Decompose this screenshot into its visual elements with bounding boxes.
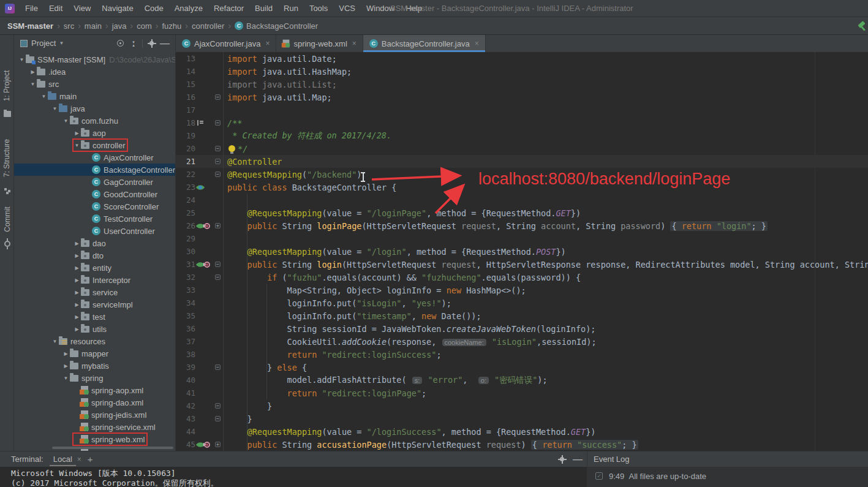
close-icon[interactable]: ×: [352, 39, 357, 48]
breadcrumb-item-fuzhu[interactable]: fuzhu: [162, 21, 181, 31]
code-line-25[interactable]: 25 @RequestMapping(value = "/loginPage",…: [176, 206, 868, 219]
collapse-all-button[interactable]: ▾▴: [127, 37, 140, 50]
menu-navigate[interactable]: Navigate: [96, 0, 138, 17]
intention-bulb-icon[interactable]: [228, 145, 235, 152]
sidebar-item-structure[interactable]: 7: Structure: [0, 132, 14, 197]
code-line-31[interactable]: 31− public String login(HttpServletReque…: [176, 258, 868, 271]
code-line-26[interactable]: 26+ public String loginPage(HttpServletR…: [176, 219, 868, 232]
tree-item-main[interactable]: ▼main: [14, 90, 175, 102]
breadcrumb-item-main[interactable]: main: [85, 21, 102, 31]
code-line-39[interactable]: 39− } else {: [176, 361, 868, 374]
code-editor[interactable]: 13import java.util.Date;14import java.ut…: [176, 52, 868, 451]
tree-item-controller[interactable]: ▼controller: [14, 139, 175, 151]
tree-item-backstagecontroller[interactable]: CBackstageController: [14, 164, 175, 176]
tree-item-utils[interactable]: ▶utils: [14, 323, 175, 335]
menu-build[interactable]: Build: [249, 0, 278, 17]
breadcrumb-item-java[interactable]: java: [112, 21, 127, 31]
tree-item-testcontroller[interactable]: CTestController: [14, 213, 175, 225]
code-line-45[interactable]: 45+ public String accusationPage(HttpSer…: [176, 438, 868, 451]
tree-item-spring[interactable]: ▼spring: [14, 372, 175, 384]
tree-item-mapper[interactable]: ▶mapper: [14, 347, 175, 360]
locate-file-button[interactable]: [113, 37, 127, 50]
breadcrumb-item-com[interactable]: com: [137, 21, 152, 31]
menu-view[interactable]: View: [68, 0, 96, 17]
spring-controller-bean-icon[interactable]: [196, 183, 205, 191]
sidebar-item-commit[interactable]: Commit: [0, 202, 14, 251]
expander-icon[interactable]: ▼: [51, 339, 59, 344]
expander-icon[interactable]: ▼: [62, 118, 70, 124]
terminal-output[interactable]: Microsoft Windows [版本 10.0.15063] (c) 20…: [0, 467, 587, 487]
tree-item-scorecontroller[interactable]: CScoreController: [14, 200, 175, 213]
url-mapping-icon[interactable]: [204, 442, 210, 448]
folded-code-region[interactable]: { return "success"; }: [531, 440, 638, 450]
tree-item-spring-web.xml[interactable]: spring-web.xml: [14, 433, 175, 445]
code-line-19[interactable]: 19 * Created by 符柱成 on 2017/4/28.: [176, 129, 868, 142]
tree-item-ssm-master-ssm-[interactable]: ▼SSM-master [SSM]D:\3code\26Java\S: [14, 53, 175, 66]
fold-marker[interactable]: −: [215, 146, 221, 151]
breadcrumb-item-class[interactable]: BackstageController: [246, 21, 318, 31]
menu-analyze[interactable]: Analyze: [169, 0, 208, 17]
settings-button[interactable]: [145, 37, 158, 50]
tree-item-spring-dao.xml[interactable]: spring-dao.xml: [14, 396, 175, 409]
terminal-hide-button[interactable]: —: [571, 453, 584, 466]
tree-item-mybatis[interactable]: ▶mybatis: [14, 360, 175, 372]
fold-marker[interactable]: −: [215, 364, 221, 370]
tab-spring-web-xml[interactable]: spring-web.xml×: [276, 35, 363, 52]
expander-icon[interactable]: ▶: [73, 253, 81, 259]
code-line-17[interactable]: 17: [176, 104, 868, 116]
expander-icon[interactable]: ▶: [73, 327, 81, 332]
fold-marker[interactable]: −: [215, 274, 221, 280]
terminal-tab-local[interactable]: Local: [52, 451, 74, 467]
fold-marker[interactable]: −: [215, 159, 221, 164]
code-line-16[interactable]: 16−import java.util.Map;: [176, 91, 868, 104]
breadcrumb-item-src[interactable]: src: [64, 21, 74, 31]
close-icon[interactable]: ×: [77, 455, 81, 464]
menu-code[interactable]: Code: [139, 0, 169, 17]
code-line-15[interactable]: 15import java.util.List;: [176, 78, 868, 91]
expander-icon[interactable]: ▶: [62, 351, 70, 357]
close-icon[interactable]: ×: [475, 39, 479, 48]
code-line-30[interactable]: 30 @RequestMapping(value = "/login", met…: [176, 245, 868, 258]
tree-item-dto[interactable]: ▶dto: [14, 249, 175, 262]
expander-icon[interactable]: ▶: [73, 302, 81, 308]
code-line-38[interactable]: 38 return "redirect:loginSuccess";: [176, 348, 868, 361]
tree-item-goodcontroller[interactable]: CGoodController: [14, 188, 175, 200]
bookmark-icon[interactable]: [197, 120, 203, 126]
tree-item-resources[interactable]: ▼resources: [14, 335, 175, 347]
code-line-32[interactable]: 32− if ("fuzhu".equals(account) && "fuzh…: [176, 271, 868, 284]
expander-icon[interactable]: ▼: [29, 81, 37, 87]
expander-icon[interactable]: ▶: [73, 277, 81, 283]
expander-icon[interactable]: ▶: [73, 130, 81, 136]
request-mapping-icon[interactable]: [196, 440, 205, 448]
hide-panel-button[interactable]: —: [158, 37, 172, 50]
expander-icon[interactable]: ▼: [62, 376, 70, 381]
tree-item-gagcontroller[interactable]: CGagController: [14, 176, 175, 188]
tree-item-usercontroller[interactable]: CUserController: [14, 225, 175, 237]
code-line-21[interactable]: 21−@Controller: [176, 155, 868, 168]
tree-item-src[interactable]: ▼src: [14, 78, 175, 90]
tree-item-spring-jedis.xml[interactable]: spring-jedis.xml: [14, 409, 175, 421]
fold-marker[interactable]: −: [215, 172, 221, 177]
fold-marker[interactable]: −: [215, 403, 221, 409]
expander-icon[interactable]: ▼: [51, 106, 59, 111]
expander-icon[interactable]: ▶: [62, 363, 70, 369]
code-line-14[interactable]: 14import java.util.HashMap;: [176, 65, 868, 78]
code-line-35[interactable]: 35 loginInfo.put("timestamp", new Date()…: [176, 309, 868, 322]
code-line-23[interactable]: 23public class BackstageController {: [176, 181, 868, 194]
expander-icon[interactable]: ▶: [73, 314, 81, 320]
tree-item-serviceimpl[interactable]: ▶serviceImpl: [14, 298, 175, 311]
tree-item-service[interactable]: ▶service: [14, 286, 175, 298]
tab-backstagecontroller-java[interactable]: CBackstageController.java×: [363, 35, 486, 52]
tree-item-spring-service.xml[interactable]: spring-service.xml: [14, 421, 175, 433]
breadcrumb-item-ssm-master[interactable]: SSM-master: [7, 21, 53, 31]
code-line-18[interactable]: 18−/**: [176, 116, 868, 129]
code-line-44[interactable]: 44 @RequestMapping(value = "/loginSucces…: [176, 425, 868, 438]
code-line-40[interactable]: 40 model.addFlashAttribute( s: "error", …: [176, 374, 868, 387]
horizontal-scrollbar[interactable]: [52, 447, 173, 449]
event-log-title[interactable]: Event Log: [594, 455, 630, 464]
menu-run[interactable]: Run: [278, 0, 304, 17]
expander-icon[interactable]: ▼: [18, 57, 26, 62]
expander-icon[interactable]: ▶: [73, 265, 81, 271]
tree-item-java[interactable]: ▼java: [14, 102, 175, 115]
request-mapping-icon[interactable]: [196, 260, 205, 268]
